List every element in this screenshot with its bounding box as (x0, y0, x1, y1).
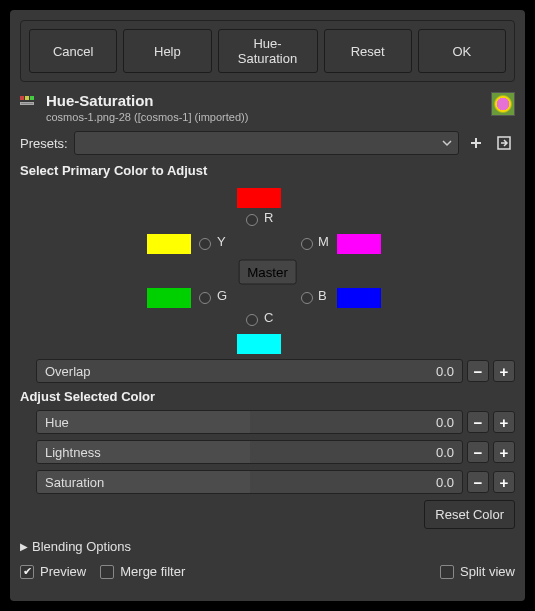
plus-icon (469, 136, 483, 150)
image-thumbnail[interactable] (491, 92, 515, 116)
tool-icon (20, 96, 36, 112)
title-button[interactable]: Hue-Saturation (218, 29, 318, 73)
color-wheel: R M Y Master G B C (20, 184, 515, 359)
manage-preset-button[interactable] (493, 132, 515, 154)
radio-blue[interactable] (301, 292, 313, 304)
dialog-header: Hue-Saturation cosmos-1.png-28 ([cosmos-… (20, 92, 515, 123)
presets-dropdown[interactable] (74, 131, 459, 155)
hue-label: Hue (45, 415, 69, 430)
reset-button[interactable]: Reset (324, 29, 412, 73)
dialog-button-bar: Cancel Help Hue-Saturation Reset OK (20, 20, 515, 82)
merge-filter-check[interactable]: Merge filter (100, 564, 185, 579)
swatch-yellow[interactable] (147, 234, 191, 254)
adjust-color-label: Adjust Selected Color (20, 389, 515, 404)
primary-color-label: Select Primary Color to Adjust (20, 163, 515, 178)
radio-cyan[interactable] (246, 314, 258, 326)
saturation-minus[interactable]: − (467, 471, 489, 493)
saturation-slider[interactable]: Saturation 0.0 (36, 470, 463, 494)
saturation-value: 0.0 (436, 475, 454, 490)
swatch-green[interactable] (147, 288, 191, 308)
blending-options-disclosure[interactable]: ▶ Blending Options (20, 539, 515, 554)
swatch-cyan[interactable] (237, 334, 281, 354)
label-red: R (264, 210, 273, 225)
label-blue: B (318, 288, 327, 303)
label-magenta: M (318, 234, 329, 249)
hue-minus[interactable]: − (467, 411, 489, 433)
dialog-subtitle: cosmos-1.png-28 ([cosmos-1] (imported)) (46, 111, 481, 123)
saturation-label: Saturation (45, 475, 104, 490)
hue-value: 0.0 (436, 415, 454, 430)
help-button[interactable]: Help (123, 29, 211, 73)
checkbox-icon (20, 565, 34, 579)
label-cyan: C (264, 310, 273, 325)
overlap-label: Overlap (45, 364, 91, 379)
split-view-label: Split view (460, 564, 515, 579)
swatch-blue[interactable] (337, 288, 381, 308)
reset-color-button[interactable]: Reset Color (424, 500, 515, 529)
merge-filter-label: Merge filter (120, 564, 185, 579)
radio-magenta[interactable] (301, 238, 313, 250)
lightness-value: 0.0 (436, 445, 454, 460)
label-yellow: Y (217, 234, 226, 249)
radio-yellow[interactable] (199, 238, 211, 250)
dialog-title: Hue-Saturation (46, 92, 481, 109)
lightness-slider[interactable]: Lightness 0.0 (36, 440, 463, 464)
split-view-check[interactable]: Split view (440, 564, 515, 579)
label-green: G (217, 288, 227, 303)
triangle-right-icon: ▶ (20, 541, 28, 552)
lightness-label: Lightness (45, 445, 101, 460)
chevron-down-icon (442, 138, 452, 148)
saturation-plus[interactable]: + (493, 471, 515, 493)
master-button[interactable]: Master (238, 259, 297, 284)
hue-plus[interactable]: + (493, 411, 515, 433)
lightness-plus[interactable]: + (493, 441, 515, 463)
overlap-value: 0.0 (436, 364, 454, 379)
add-preset-button[interactable] (465, 132, 487, 154)
swatch-magenta[interactable] (337, 234, 381, 254)
checkbox-icon (100, 565, 114, 579)
radio-green[interactable] (199, 292, 211, 304)
ok-button[interactable]: OK (418, 29, 506, 73)
hue-slider[interactable]: Hue 0.0 (36, 410, 463, 434)
arrow-box-icon (497, 136, 511, 150)
lightness-minus[interactable]: − (467, 441, 489, 463)
preview-label: Preview (40, 564, 86, 579)
overlap-plus[interactable]: + (493, 360, 515, 382)
blending-options-label: Blending Options (32, 539, 131, 554)
presets-label: Presets: (20, 136, 68, 151)
checkbox-icon (440, 565, 454, 579)
overlap-minus[interactable]: − (467, 360, 489, 382)
swatch-red[interactable] (237, 188, 281, 208)
preview-check[interactable]: Preview (20, 564, 86, 579)
overlap-slider[interactable]: Overlap 0.0 (36, 359, 463, 383)
cancel-button[interactable]: Cancel (29, 29, 117, 73)
radio-red[interactable] (246, 214, 258, 226)
